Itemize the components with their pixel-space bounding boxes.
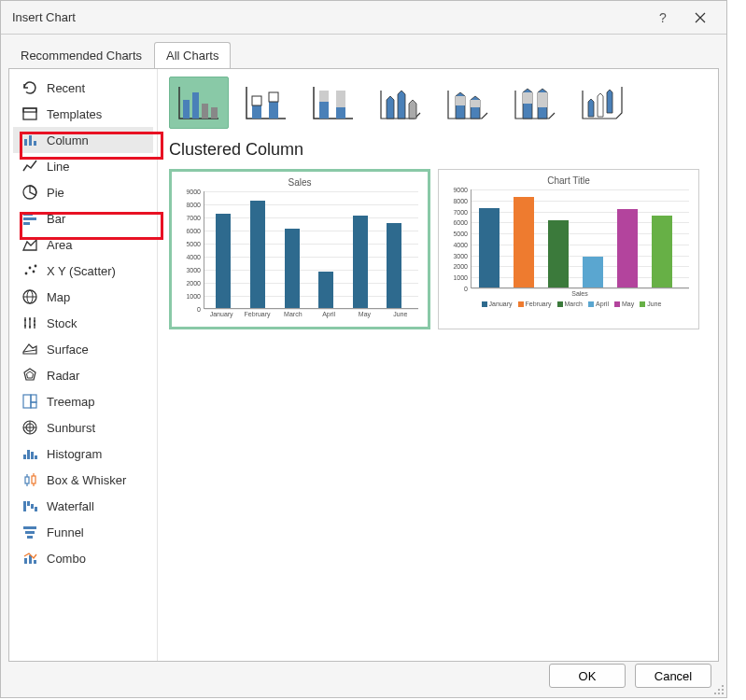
sidebar-item-sunburst[interactable]: Sunburst	[13, 414, 153, 441]
sidebar-item-label: Combo	[47, 552, 86, 566]
svg-rect-29	[23, 501, 26, 511]
sidebar-item-label: Map	[47, 290, 70, 304]
3d-column-icon	[579, 83, 626, 122]
dialog-footer: OK Cancel	[549, 664, 711, 688]
subtype-3d-column[interactable]	[572, 77, 632, 129]
tab-strip: Recommended Charts All Charts	[1, 35, 726, 68]
sidebar-item-waterfall[interactable]: Waterfall	[13, 493, 153, 519]
svg-rect-30	[27, 501, 30, 506]
svg-rect-38	[34, 560, 36, 564]
svg-rect-1	[23, 108, 36, 112]
tab-recommended-charts[interactable]: Recommended Charts	[8, 42, 154, 68]
sidebar-item-label: Recent	[47, 81, 85, 95]
subtype-3d-100-stacked-column[interactable]	[505, 77, 565, 129]
cancel-button[interactable]: Cancel	[635, 664, 711, 688]
svg-rect-53	[523, 92, 532, 104]
sidebar-item-label: Treemap	[47, 395, 95, 409]
pie-icon	[21, 183, 39, 202]
funnel-icon	[21, 523, 39, 541]
svg-rect-51	[456, 96, 465, 105]
chart-area: 0100020003000400050006000700080009000	[204, 191, 418, 309]
chart-area: 0100020003000400050006000700080009000	[471, 189, 689, 288]
svg-rect-8	[23, 222, 30, 225]
sidebar-item-templates[interactable]: Templates	[13, 101, 153, 127]
svg-rect-28	[32, 476, 35, 483]
tab-all-charts[interactable]: All Charts	[154, 42, 231, 68]
chart-type-title: Clustered Column	[169, 140, 711, 160]
svg-rect-41	[202, 104, 208, 119]
sidebar-item-label: Surface	[47, 343, 89, 357]
ok-button[interactable]: OK	[549, 664, 626, 688]
chart-category-sidebar: Recent Templates Column Line Pie Bar	[9, 69, 158, 661]
svg-point-55	[722, 685, 724, 687]
100-stacked-column-icon	[310, 83, 357, 122]
chart-preview-1[interactable]: Sales 0100020003000400050006000700080009…	[169, 169, 430, 329]
radar-icon	[21, 366, 39, 385]
chart-preview-2[interactable]: Chart Title 0100020003000400050006000700…	[438, 169, 699, 329]
svg-rect-45	[269, 102, 278, 119]
sidebar-item-box-whisker[interactable]: Box & Whisker	[13, 467, 153, 493]
svg-rect-19	[31, 395, 36, 402]
help-button[interactable]: ?	[644, 5, 682, 31]
svg-point-12	[33, 271, 35, 273]
sidebar-item-radar[interactable]: Radar	[13, 362, 153, 388]
sidebar-item-column[interactable]: Column	[13, 127, 153, 153]
sidebar-item-stock[interactable]: Stock	[13, 310, 153, 336]
surface-icon	[21, 340, 39, 358]
chart-previews: Sales 0100020003000400050006000700080009…	[169, 169, 711, 329]
main-panel: Clustered Column Sales 01000200030004000…	[158, 69, 718, 661]
recent-icon	[21, 78, 39, 97]
svg-rect-33	[23, 526, 36, 529]
sidebar-item-line[interactable]: Line	[13, 153, 153, 179]
svg-rect-3	[29, 135, 32, 146]
svg-rect-46	[269, 92, 278, 102]
svg-rect-2	[24, 139, 27, 146]
subtype-stacked-column[interactable]	[236, 77, 296, 129]
sidebar-item-funnel[interactable]: Funnel	[13, 519, 153, 545]
sidebar-item-histogram[interactable]: Histogram	[13, 441, 153, 467]
subtype-clustered-column[interactable]	[169, 77, 229, 129]
svg-rect-40	[192, 92, 199, 119]
stacked-column-icon	[243, 83, 289, 122]
subtype-3d-clustered-column[interactable]	[371, 77, 430, 129]
close-button[interactable]	[682, 5, 719, 31]
resize-grip-icon[interactable]	[711, 682, 725, 695]
sidebar-item-treemap[interactable]: Treemap	[13, 388, 153, 414]
sunburst-icon	[21, 418, 39, 437]
sidebar-item-map[interactable]: Map	[13, 284, 153, 310]
svg-rect-43	[252, 105, 261, 119]
sidebar-item-pie[interactable]: Pie	[13, 179, 153, 205]
sidebar-item-bar[interactable]: Bar	[13, 205, 153, 231]
sidebar-item-area[interactable]: Area	[13, 231, 153, 258]
svg-point-59	[718, 693, 720, 694]
sidebar-item-scatter[interactable]: X Y (Scatter)	[13, 258, 153, 284]
sidebar-item-combo[interactable]: Combo	[13, 545, 153, 571]
svg-rect-39	[183, 100, 190, 119]
svg-rect-35	[27, 536, 33, 539]
svg-point-57	[722, 689, 724, 691]
subtype-3d-stacked-column[interactable]	[438, 77, 498, 129]
svg-rect-36	[24, 558, 27, 564]
preview-title: Sales	[172, 172, 428, 191]
scatter-icon	[21, 261, 39, 280]
templates-icon	[21, 105, 39, 123]
sidebar-item-label: Bar	[47, 212, 65, 226]
insert-chart-dialog: Insert Chart ? Recommended Charts All Ch…	[0, 0, 727, 698]
svg-rect-25	[31, 452, 34, 459]
svg-point-10	[25, 273, 28, 275]
column-icon	[21, 131, 39, 149]
legend: JanuaryFebruaryMarchAprilMayJune	[439, 301, 698, 307]
svg-point-58	[714, 693, 716, 694]
treemap-icon	[21, 392, 39, 411]
svg-rect-4	[34, 141, 36, 146]
close-icon	[695, 12, 706, 23]
svg-rect-6	[23, 213, 33, 216]
sidebar-item-recent[interactable]: Recent	[13, 75, 153, 101]
sidebar-item-label: Funnel	[47, 525, 84, 539]
sidebar-item-label: Sunburst	[47, 421, 95, 435]
sidebar-item-surface[interactable]: Surface	[13, 336, 153, 362]
subtype-100-stacked-column[interactable]	[303, 77, 363, 129]
svg-rect-0	[23, 108, 36, 119]
map-icon	[21, 287, 39, 306]
stock-icon	[21, 314, 39, 332]
